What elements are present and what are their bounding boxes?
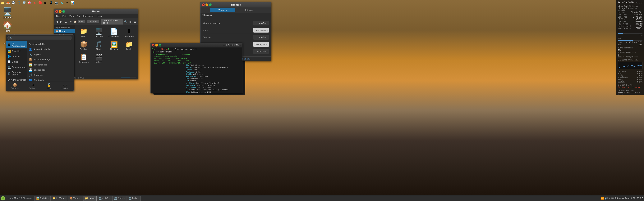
term1-close-button[interactable]: ✕ bbox=[152, 44, 154, 46]
window-close-button[interactable]: ✕ bbox=[56, 10, 58, 13]
theme-row-window-borders: Window borders Arc-Dark bbox=[202, 20, 270, 27]
back-button[interactable]: ◀ bbox=[55, 19, 59, 24]
templates-icon: 📋 bbox=[80, 53, 88, 61]
panel-icon-chat[interactable]: 💬 bbox=[11, 0, 16, 5]
app-search-input[interactable] bbox=[8, 36, 72, 40]
fm-item-dropbox[interactable]: 📦 Dropbox bbox=[76, 39, 91, 51]
fm-item-desktop[interactable]: 🖥️ Desktop bbox=[92, 27, 106, 39]
fm-item-pictures[interactable]: 🖼️ Pictures bbox=[107, 39, 121, 51]
up-button[interactable]: ▲ bbox=[64, 19, 68, 24]
window-maximize-button[interactable]: □ bbox=[62, 10, 65, 13]
taskbar-item-5[interactable]: 💻 erik@... bbox=[97, 196, 112, 201]
fm-item-documents[interactable]: 📄 Documents bbox=[107, 27, 121, 39]
tray-power-icon[interactable]: ⚡ bbox=[608, 197, 610, 200]
graphics-icon: 🖼️ bbox=[8, 50, 11, 53]
menu-view[interactable]: View bbox=[68, 14, 75, 18]
panel-icon-play[interactable]: ▶ bbox=[43, 0, 48, 5]
path-part-user[interactable]: erik bbox=[78, 20, 85, 23]
desktop-icon: 🖥️ bbox=[95, 28, 103, 35]
taskbar-item-2[interactable]: 📁 [~/Des... bbox=[51, 196, 68, 201]
app-menu-search-bar bbox=[6, 35, 74, 41]
panel-icon-mintinstall[interactable]: 🛡️ bbox=[22, 0, 27, 5]
fm-item-music[interactable]: 🎵 Music bbox=[92, 39, 106, 51]
icons-preview[interactable]: vertex-icons bbox=[254, 28, 269, 32]
taskbar-item-7[interactable]: 💻 [erik... bbox=[127, 196, 141, 201]
path-part-desktop[interactable]: Desktop bbox=[87, 20, 99, 23]
category-graphics[interactable]: 🖼️ Graphics bbox=[6, 48, 27, 54]
menu-help[interactable]: Help bbox=[96, 14, 103, 18]
category-programming[interactable]: 💻 Programming bbox=[6, 64, 27, 70]
category-administration[interactable]: ⚙️ Administration bbox=[6, 77, 27, 81]
search-button[interactable]: 🔍 bbox=[124, 19, 128, 24]
taskbar-item-6[interactable]: 💻 [erik... bbox=[112, 196, 126, 201]
taskbar-item-4[interactable]: 📁 Home bbox=[83, 196, 96, 201]
fm-item-templates[interactable]: 📋 Templates bbox=[76, 52, 91, 64]
menu-file[interactable]: File bbox=[55, 14, 61, 18]
tray-volume-icon[interactable]: 🔊 bbox=[605, 197, 608, 200]
panel-icon-calc[interactable]: 📊 bbox=[70, 0, 75, 5]
footer-system-settings[interactable]: ⚙️ Settings bbox=[28, 82, 38, 90]
app-item-backup[interactable]: 💾 Backup Tool bbox=[27, 67, 74, 73]
controls-preview[interactable]: Arc-Dark bbox=[254, 35, 269, 40]
taskbar-item-1[interactable]: 🖼️ [erik@... bbox=[34, 196, 51, 201]
desktop-icon-computer[interactable]: 🖥️ Computer bbox=[2, 6, 14, 20]
menu-go[interactable]: Go bbox=[76, 14, 81, 18]
panel-icon-edit[interactable]: ✏️ bbox=[64, 0, 70, 5]
app-menu-body: 📱 All Applications 🖼️ Graphics 🌐 Interne… bbox=[6, 41, 74, 81]
category-internet[interactable]: 🌐 Internet bbox=[6, 54, 27, 59]
refresh-button[interactable]: ↻ bbox=[68, 19, 73, 24]
window-borders-preview[interactable]: Arc-Dark bbox=[254, 21, 269, 25]
desktop-theme-preview[interactable]: Mint-Y-Dark bbox=[254, 49, 269, 54]
panel-icon-phone[interactable]: 📱 bbox=[48, 0, 54, 5]
sidebar-section-mycomputer: My Computer bbox=[54, 26, 75, 29]
footer-lock[interactable]: 🔒 Lock bbox=[46, 82, 53, 90]
panel-icon-game[interactable]: 🎯 bbox=[27, 0, 32, 5]
mint-logo[interactable]: 🌿 bbox=[1, 196, 5, 201]
tab-settings[interactable]: Settings bbox=[236, 8, 262, 12]
fm-item-downloads[interactable]: ⬇️ Downloads bbox=[122, 27, 136, 39]
panel-icon-firefox[interactable]: 🦊 bbox=[5, 0, 11, 5]
taskbar-item-3[interactable]: 🎨 Them... bbox=[68, 196, 83, 201]
mouse-preview[interactable]: Breeze_Snow bbox=[254, 42, 269, 47]
menu-bookmarks[interactable]: Bookmarks bbox=[81, 14, 95, 18]
system-clock: Saturday August 20, 23:27 bbox=[614, 197, 643, 200]
home-button[interactable]: 🏠 bbox=[73, 19, 77, 24]
grid-view-button[interactable]: ⊞ bbox=[128, 19, 132, 24]
taskbar-icon-7: 💻 bbox=[128, 197, 132, 200]
tray-kbd-icon[interactable]: ⌨ bbox=[611, 197, 614, 199]
category-office[interactable]: 📄 Office bbox=[6, 59, 27, 64]
category-sound-video[interactable]: 🎵 Sound & Video bbox=[6, 70, 27, 77]
category-all-applications[interactable]: 📱 All Applications bbox=[6, 41, 27, 48]
sidebar-item-home[interactable]: 🏠 Home bbox=[54, 29, 75, 33]
list-view-button[interactable]: ☰ bbox=[133, 19, 137, 24]
panel-icon-k[interactable]: K bbox=[59, 0, 64, 5]
fm-item-data[interactable]: 📁 DATA bbox=[76, 27, 91, 39]
menu-edit[interactable]: Edit bbox=[61, 14, 68, 18]
app-item-banshee[interactable]: 🎵 Banshee bbox=[27, 73, 74, 78]
app-item-account[interactable]: 👤 Account details bbox=[27, 47, 74, 52]
desktop-icon-home[interactable]: 🏠 Home bbox=[2, 19, 14, 33]
term1-maximize-button[interactable]: □ bbox=[159, 44, 162, 46]
fm-item-videos[interactable]: 🎬 Videos bbox=[92, 52, 106, 64]
app-item-accessibility[interactable]: ♿ Accessibility bbox=[27, 41, 74, 47]
tab-themes[interactable]: Themes bbox=[210, 8, 235, 12]
panel-icon-camera[interactable]: 📷 bbox=[54, 0, 59, 5]
app-item-bluetooth[interactable]: 🔵 Bluetooth bbox=[27, 78, 74, 81]
taskbar-right: 📶 🔊 ⚡ ⌨ Saturday August 20, 23:27 bbox=[600, 197, 644, 200]
path-part-folder[interactable]: themes-icons-pack bbox=[101, 19, 123, 24]
app-item-archive[interactable]: 📦 Archive Manager bbox=[27, 57, 74, 62]
fm-item-public[interactable]: 📁 Public bbox=[122, 39, 136, 51]
panel-icon-spotify[interactable]: 🎵 bbox=[16, 0, 22, 5]
app-item-backgrounds[interactable]: 🖼️ Backgrounds bbox=[27, 62, 74, 67]
panel-icon-files[interactable]: 📁 bbox=[0, 0, 5, 5]
app-item-applets[interactable]: 🔧 Applets bbox=[27, 52, 74, 57]
footer-software-manager[interactable]: 📦 Software bbox=[10, 82, 20, 90]
window-minimize-button[interactable]: − bbox=[59, 10, 62, 13]
forward-button[interactable]: ▶ bbox=[59, 19, 64, 24]
terminal1-content[interactable]: [erik erik-P5Q] ~ - [Sat Aug 20, 11:22] … bbox=[151, 47, 242, 93]
panel-icon-libreoffice[interactable]: 🔴 bbox=[38, 0, 43, 5]
footer-logout[interactable]: ⏻ Log Out bbox=[60, 82, 70, 90]
panel-icon-s[interactable]: S bbox=[32, 0, 38, 5]
tray-network-icon[interactable]: 📶 bbox=[601, 197, 604, 200]
term1-minimize-button[interactable]: − bbox=[155, 44, 158, 46]
